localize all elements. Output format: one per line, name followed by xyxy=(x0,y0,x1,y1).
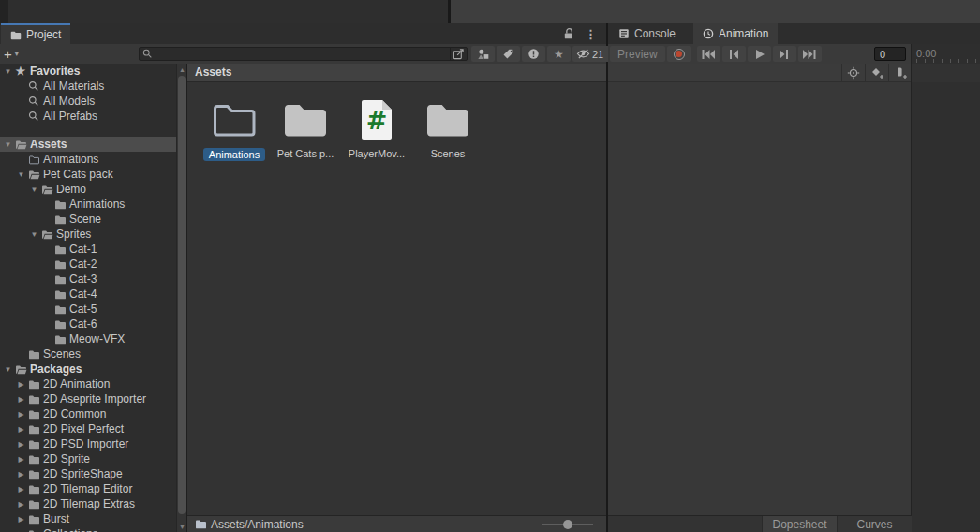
tree-item-cat-2[interactable]: Cat-2 xyxy=(0,257,176,272)
star-icon: ★ xyxy=(554,48,564,61)
folder-icon xyxy=(27,512,40,525)
previous-frame-button[interactable] xyxy=(722,46,746,62)
frame-curves-icon xyxy=(847,66,860,80)
scrollbar-thumb[interactable] xyxy=(178,76,186,514)
tree-item-cat-4[interactable]: Cat-4 xyxy=(0,287,176,302)
animation-properties-area[interactable] xyxy=(608,82,912,515)
folder-big-icon xyxy=(275,96,335,144)
slider-thumb[interactable] xyxy=(563,520,572,529)
asset-item-pet-cats-p[interactable]: Pet Cats p... xyxy=(275,96,335,159)
expander-down-icon[interactable]: ▼ xyxy=(2,140,14,149)
tree-item-cat-5[interactable]: Cat-5 xyxy=(0,302,176,317)
panel-menu-icon[interactable]: ⋮ xyxy=(585,27,597,41)
create-asset-button[interactable]: + ▾ xyxy=(4,45,19,63)
expander-down-icon[interactable]: ▼ xyxy=(28,185,40,194)
preview-label: Preview xyxy=(617,48,658,61)
folder-open-icon xyxy=(40,183,53,196)
curves-button[interactable]: Curves xyxy=(837,516,912,532)
hidden-count-button[interactable]: 21 xyxy=(572,46,610,62)
dopesheet-button[interactable]: Dopesheet xyxy=(762,516,837,532)
tree-item-all-materials[interactable]: All Materials xyxy=(0,79,176,94)
tree-item-pet-cats-pack[interactable]: ▼Pet Cats pack xyxy=(0,167,176,182)
go-to-beginning-button[interactable] xyxy=(697,46,720,62)
asset-item-animations[interactable]: Animations xyxy=(204,96,264,161)
folder-icon xyxy=(10,30,22,40)
tree-item-cat-1[interactable]: Cat-1 xyxy=(0,242,176,257)
tree-item-burst[interactable]: ▶Burst xyxy=(0,511,176,526)
expander-right-icon[interactable]: ▶ xyxy=(15,380,27,389)
expander-right-icon[interactable]: ▶ xyxy=(15,455,27,464)
tree-item-cat-6[interactable]: Cat-6 xyxy=(0,317,176,332)
tree-item-2d-sprite[interactable]: ▶2D Sprite xyxy=(0,451,176,466)
asset-item-playermov[interactable]: #PlayerMov... xyxy=(347,96,407,159)
go-to-end-button[interactable] xyxy=(798,46,822,62)
tab-animation[interactable]: Animation xyxy=(693,23,778,44)
expander-right-icon[interactable]: ▶ xyxy=(15,425,27,434)
add-event-button[interactable] xyxy=(888,64,912,81)
tree-item-assets[interactable]: ▼Assets xyxy=(0,137,176,152)
tree-item-packages[interactable]: ▼Packages xyxy=(0,362,176,377)
tree-item-demo[interactable]: ▼Demo xyxy=(0,182,176,197)
asset-item-scenes[interactable]: Scenes xyxy=(418,96,478,159)
tab-project[interactable]: Project xyxy=(1,23,70,44)
tree-item-label: Meow-VFX xyxy=(69,332,125,346)
tree-item-sprites[interactable]: ▼Sprites xyxy=(0,227,176,242)
search-icon xyxy=(27,110,40,123)
search-popout-icon[interactable] xyxy=(450,48,467,60)
folder-open-icon xyxy=(14,138,27,151)
expander-right-icon[interactable]: ▶ xyxy=(15,440,27,449)
project-footer-bar: Assets/Animations xyxy=(187,515,606,532)
search-by-label-button[interactable] xyxy=(497,46,520,62)
expander-right-icon[interactable]: ▶ xyxy=(15,410,27,419)
tree-item-2d-tilemap-editor[interactable]: ▶2D Tilemap Editor xyxy=(0,481,176,496)
thumbnail-zoom-slider[interactable] xyxy=(542,524,593,525)
tree-item-all-prefabs[interactable]: All Prefabs xyxy=(0,109,176,124)
unlocked-padlock-icon[interactable] xyxy=(562,27,575,40)
timeline-ruler[interactable]: 0:00 xyxy=(912,44,980,64)
preview-button[interactable]: Preview xyxy=(610,46,665,62)
search-input[interactable] xyxy=(153,48,450,60)
record-button[interactable] xyxy=(667,46,691,62)
expander-right-icon[interactable]: ▶ xyxy=(15,470,27,479)
expander-right-icon[interactable]: ▶ xyxy=(15,395,27,404)
expander-right-icon[interactable]: ▶ xyxy=(15,485,27,494)
play-button[interactable] xyxy=(748,46,771,62)
search-importance-button[interactable] xyxy=(522,46,545,62)
current-frame-field[interactable] xyxy=(874,47,906,61)
timeline-divider[interactable] xyxy=(911,44,912,532)
expander-right-icon[interactable]: ▶ xyxy=(15,515,27,524)
tree-item-favorites[interactable]: ▼★Favorites xyxy=(0,64,176,79)
tree-item-collections[interactable]: ▶Collections xyxy=(0,526,176,532)
tree-item-2d-tilemap-extras[interactable]: ▶2D Tilemap Extras xyxy=(0,496,176,511)
search-favorites-button[interactable]: ★ xyxy=(547,46,571,62)
add-keyframe-button[interactable] xyxy=(865,64,888,81)
tree-item-2d-psd-importer[interactable]: ▶2D PSD Importer xyxy=(0,436,176,451)
tree-item-label: Cat-1 xyxy=(69,243,97,256)
expander-down-icon[interactable]: ▼ xyxy=(2,365,14,374)
search-by-type-button[interactable] xyxy=(471,46,495,62)
expander-down-icon[interactable]: ▼ xyxy=(2,67,14,76)
next-frame-button[interactable] xyxy=(773,46,796,62)
tree-scrollbar[interactable]: ▲ ▼ xyxy=(176,64,186,532)
tree-item-2d-spriteshape[interactable]: ▶2D SpriteShape xyxy=(0,466,176,481)
tree-item-meow-vfx[interactable]: Meow-VFX xyxy=(0,332,176,347)
expander-down-icon[interactable]: ▼ xyxy=(15,170,27,179)
tree-item-2d-animation[interactable]: ▶2D Animation xyxy=(0,377,176,392)
expander-down-icon[interactable]: ▼ xyxy=(28,230,40,239)
tree-item-cat-3[interactable]: Cat-3 xyxy=(0,272,176,287)
tree-item-all-models[interactable]: All Models xyxy=(0,94,176,109)
tree-item-scenes[interactable]: Scenes xyxy=(0,347,176,362)
tree-item-animations[interactable]: Animations xyxy=(0,197,176,212)
tree-item-animations[interactable]: Animations xyxy=(0,152,176,167)
tree-item-2d-pixel-perfect[interactable]: ▶2D Pixel Perfect xyxy=(0,421,176,436)
tab-console[interactable]: Console xyxy=(609,23,685,44)
folder-icon xyxy=(53,198,67,211)
timeline-keyframe-area[interactable] xyxy=(912,82,980,515)
tree-item-2d-aseprite-importer[interactable]: ▶2D Aseprite Importer xyxy=(0,392,176,406)
frame-curves-button[interactable] xyxy=(841,64,865,81)
tree-item-label: Sprites xyxy=(56,228,91,241)
tree-item-2d-common[interactable]: ▶2D Common xyxy=(0,406,176,421)
tree-item-scene[interactable]: Scene xyxy=(0,212,176,227)
expander-right-icon[interactable]: ▶ xyxy=(15,500,27,509)
tab-animation-label: Animation xyxy=(719,27,768,40)
